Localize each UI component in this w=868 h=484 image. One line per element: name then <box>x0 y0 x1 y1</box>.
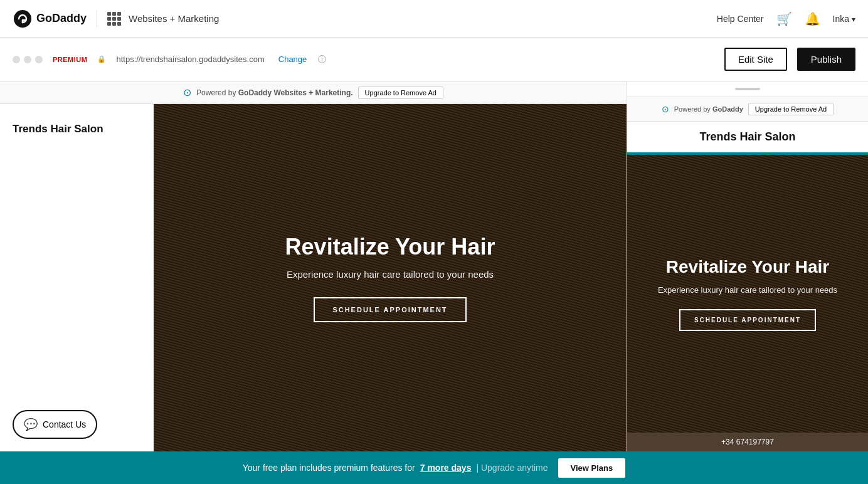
view-plans-button[interactable]: View Plans <box>558 458 626 478</box>
contact-us-label: Contact Us <box>43 419 86 429</box>
mobile-phone-number: +34 674197797 <box>721 438 774 446</box>
bottom-upgrade-banner: Your free plan includes premium features… <box>0 451 868 484</box>
mobile-salon-header: Trends Hair Salon <box>627 122 868 155</box>
change-link[interactable]: Change <box>278 55 307 64</box>
info-icon[interactable]: ⓘ <box>318 54 326 65</box>
mobile-powered-text: Powered by GoDaddy <box>674 105 743 113</box>
hero-content: Revitalize Your Hair Experience luxury h… <box>285 233 495 322</box>
desktop-preview: ⊙ Powered by GoDaddy Websites + Marketin… <box>0 82 627 451</box>
hero-subtitle: Experience luxury hair care tailored to … <box>285 268 495 282</box>
schedule-appointment-button[interactable]: SCHEDULE APPOINTMENT <box>314 297 466 322</box>
mobile-hero-section: Revitalize Your Hair Experience luxury h… <box>627 155 868 433</box>
mobile-top-bar <box>627 82 868 97</box>
dot-yellow <box>24 56 31 63</box>
section-title: Websites + Marketing <box>129 13 219 24</box>
mobile-salon-name: Trends Hair Salon <box>699 130 795 143</box>
mobile-hero-subtitle: Experience luxury hair care tailored to … <box>658 284 837 297</box>
grid-icon[interactable] <box>107 12 121 26</box>
mobile-indicator <box>735 88 760 90</box>
lock-icon: 🔒 <box>97 55 106 63</box>
nav-right: Help Center 🛒 🔔 Inka <box>717 11 855 26</box>
banner-separator: | Upgrade anytime <box>476 463 548 473</box>
mobile-hero-content: Revitalize Your Hair Experience luxury h… <box>658 256 837 330</box>
svg-point-0 <box>14 10 31 28</box>
publish-button[interactable]: Publish <box>797 48 855 71</box>
dot-green <box>35 56 43 63</box>
upgrade-button-desktop[interactable]: Upgrade to Remove Ad <box>358 87 443 99</box>
cart-icon[interactable]: 🛒 <box>776 11 792 26</box>
top-navigation: GoDaddy Websites + Marketing Help Center… <box>0 0 868 38</box>
chevron-down-icon <box>852 14 855 24</box>
main-area: ⊙ Powered by GoDaddy Websites + Marketin… <box>0 82 868 451</box>
hero-title: Revitalize Your Hair <box>285 233 495 260</box>
godaddy-logo[interactable]: GoDaddy <box>13 9 87 29</box>
dot-red <box>13 56 20 63</box>
premium-badge: PREMIUM <box>53 56 87 63</box>
mobile-preview: ⊙ Powered by GoDaddy Upgrade to Remove A… <box>627 82 868 451</box>
desktop-nav-sidebar: Trends Hair Salon 💬 Contact Us <box>0 104 154 451</box>
browser-dots <box>13 56 43 63</box>
help-center-link[interactable]: Help Center <box>717 14 764 24</box>
powered-bar-desktop: ⊙ Powered by GoDaddy Websites + Marketin… <box>0 82 627 104</box>
mobile-schedule-button[interactable]: SCHEDULE APPOINTMENT <box>679 309 816 331</box>
powered-text: Powered by GoDaddy Websites + Marketing. <box>196 88 353 97</box>
upgrade-button-mobile[interactable]: Upgrade to Remove Ad <box>748 103 834 115</box>
mobile-phone-bar: +34 674197797 <box>627 433 868 451</box>
godaddy-logo-small: ⊙ <box>183 87 191 98</box>
url-display: https://trendshairsalon.godaddysites.com <box>116 55 264 64</box>
nav-divider <box>97 10 97 28</box>
mobile-godaddy-logo: ⊙ <box>662 104 669 114</box>
user-name: Inka <box>833 14 849 24</box>
sidebar-salon-name: Trends Hair Salon <box>0 104 154 148</box>
powered-bar-mobile: ⊙ Powered by GoDaddy Upgrade to Remove A… <box>627 97 868 122</box>
mobile-hero-title: Revitalize Your Hair <box>658 256 837 278</box>
days-link[interactable]: 7 more days <box>420 463 472 473</box>
contact-us-button[interactable]: 💬 Contact Us <box>13 410 97 439</box>
nav-left: GoDaddy Websites + Marketing <box>13 9 219 29</box>
edit-site-button[interactable]: Edit Site <box>724 48 787 71</box>
bell-icon[interactable]: 🔔 <box>805 11 820 26</box>
hero-section: Revitalize Your Hair Experience luxury h… <box>154 104 627 451</box>
toolbar: PREMIUM 🔒 https://trendshairsalon.godadd… <box>0 38 868 82</box>
logo-text: GoDaddy <box>36 12 87 25</box>
chat-icon: 💬 <box>24 418 38 431</box>
banner-text: Your free plan includes premium features… <box>243 463 415 473</box>
user-dropdown[interactable]: Inka <box>833 14 855 24</box>
